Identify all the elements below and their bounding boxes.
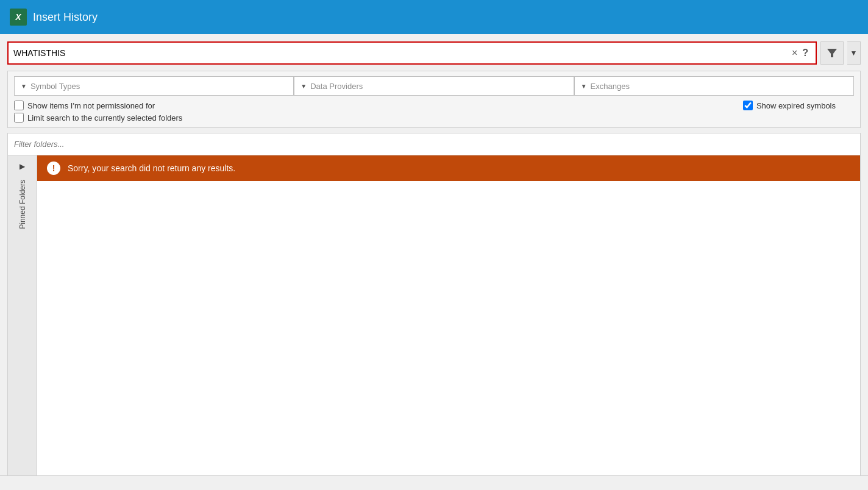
pinned-toggle-icon: ▶ (20, 162, 25, 171)
show-expired-text: Show expired symbols (756, 101, 836, 110)
search-help-button[interactable]: ? (800, 48, 811, 59)
search-clear-button[interactable]: × (789, 48, 800, 59)
exchanges-dropdown[interactable]: ▼ Exchanges (574, 76, 854, 96)
window-title: Insert History (33, 11, 98, 24)
show-expired-group: Show expired symbols (743, 101, 854, 110)
checkboxes-first-row: Show items I'm not permissioned for Show… (14, 101, 854, 110)
filter-panel: ▼ Symbol Types ▼ Data Providers ▼ Exchan… (7, 71, 861, 128)
show-not-permissioned-label[interactable]: Show items I'm not permissioned for (14, 101, 155, 110)
limit-search-text: Limit search to the currently selected f… (27, 113, 182, 122)
dropdowns-row: ▼ Symbol Types ▼ Data Providers ▼ Exchan… (14, 76, 854, 96)
checkboxes-second-row: Limit search to the currently selected f… (14, 113, 854, 122)
filter-dropdown-arrow: ▼ (850, 49, 858, 57)
limit-search-label[interactable]: Limit search to the currently selected f… (14, 113, 182, 122)
svg-marker-0 (827, 49, 837, 57)
filter-icon (827, 48, 838, 59)
symbol-types-arrow: ▼ (21, 83, 27, 90)
pinned-sidebar: ▶ Pinned Folders (8, 155, 37, 490)
filter-button[interactable] (820, 41, 844, 65)
app-icon (10, 9, 27, 26)
search-input[interactable] (13, 48, 789, 58)
show-expired-checkbox[interactable] (743, 101, 753, 110)
filter-dropdown-button[interactable]: ▼ (847, 41, 861, 65)
data-providers-arrow: ▼ (301, 83, 307, 90)
symbol-types-label: Symbol Types (30, 82, 80, 91)
exchanges-arrow: ▼ (581, 83, 587, 90)
data-providers-dropdown[interactable]: ▼ Data Providers (294, 76, 574, 96)
filter-folders-input[interactable] (7, 133, 861, 155)
show-not-permissioned-checkbox[interactable] (14, 101, 24, 110)
limit-search-checkbox[interactable] (14, 113, 24, 122)
pinned-label: Pinned Folders (18, 180, 27, 229)
search-input-wrapper: × ? (7, 41, 817, 65)
search-row: × ? ▼ (7, 41, 861, 65)
data-providers-label: Data Providers (310, 82, 363, 91)
status-bar (0, 475, 868, 490)
exchanges-label: Exchanges (591, 82, 630, 91)
error-icon: ! (47, 162, 60, 175)
results-area: ▶ Pinned Folders ! Sorry, your search di… (7, 155, 861, 490)
show-expired-label[interactable]: Show expired symbols (743, 101, 836, 110)
show-not-permissioned-text: Show items I'm not permissioned for (27, 101, 155, 110)
error-message: Sorry, your search did not return any re… (68, 163, 235, 173)
filter-folders-row (7, 133, 861, 155)
error-banner: ! Sorry, your search did not return any … (37, 155, 860, 181)
symbol-types-dropdown[interactable]: ▼ Symbol Types (14, 76, 294, 96)
main-content: × ? ▼ ▼ Symbol Types ▼ Data Providers (0, 34, 868, 490)
title-bar: Insert History (0, 0, 868, 34)
pinned-toggle-button[interactable]: ▶ (13, 159, 32, 174)
results-content: ! Sorry, your search did not return any … (37, 155, 860, 490)
